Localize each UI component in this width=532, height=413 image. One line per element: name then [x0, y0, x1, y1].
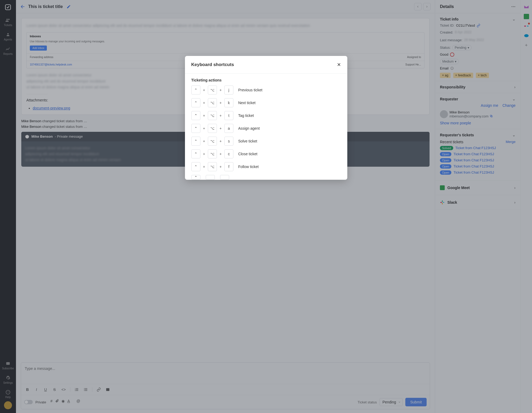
shortcut-row: ⌃+⌥+aAssign agent — [191, 124, 341, 133]
shortcut-label: Tag ticket — [238, 113, 254, 118]
key-opt: ⌥ — [208, 124, 217, 133]
key-opt: ⌥ — [208, 137, 217, 146]
shortcuts-modal: Keyboard shortcuts ✕ Ticketing actions ⌃… — [185, 56, 347, 180]
shortcut-label: Next ticket — [238, 101, 255, 105]
key-opt: ⌥ — [208, 85, 217, 95]
key-ctrl: ⌃ — [191, 111, 200, 120]
shortcut-row: ⌃+⌥+kNext ticket — [191, 98, 341, 107]
key-ctrl: ⌃ — [191, 137, 200, 146]
key-letter: j — [224, 85, 233, 95]
key-letter: f — [224, 162, 233, 171]
shortcut-row: ⌃+⌥+jPrevious ticket — [191, 85, 341, 95]
key-ctrl: ⌃ — [191, 162, 200, 171]
shortcut-row: ⌃+⌥+cClose ticket — [191, 149, 341, 158]
key-opt: ⌥ — [208, 98, 217, 107]
key-letter: t — [224, 111, 233, 120]
key-letter: s — [224, 137, 233, 146]
shortcuts-section-title: Ticketing actions — [191, 78, 341, 82]
shortcut-row: ⌃+⌥+sSolve ticket — [191, 137, 341, 146]
modal-overlay[interactable]: Keyboard shortcuts ✕ Ticketing actions ⌃… — [0, 0, 532, 413]
key-ctrl: ⌃ — [191, 85, 200, 95]
shortcut-row: ⌃+⌥+fFollow ticket — [191, 162, 341, 171]
key-ctrl: ⌃ — [191, 124, 200, 133]
key-ctrl: ⌃ — [191, 149, 200, 158]
key-opt: ⌥ — [208, 162, 217, 171]
key-letter: k — [224, 98, 233, 107]
close-button[interactable]: ✕ — [337, 62, 341, 68]
shortcut-label: Solve ticket — [238, 139, 257, 143]
modal-title: Keyboard shortcuts — [191, 62, 234, 67]
key-ctrl: ⌃ — [191, 98, 200, 107]
shortcut-label: Previous ticket — [238, 88, 262, 92]
shortcut-label: Assign agent — [238, 126, 260, 130]
shortcut-label: Close ticket — [238, 152, 257, 156]
key-letter: c — [224, 149, 233, 158]
key-letter: a — [224, 124, 233, 133]
key-opt: ⌥ — [208, 149, 217, 158]
shortcut-label: Follow ticket — [238, 165, 259, 169]
shortcut-row: ⌃+⌥+tTag ticket — [191, 111, 341, 120]
key-opt: ⌥ — [208, 111, 217, 120]
